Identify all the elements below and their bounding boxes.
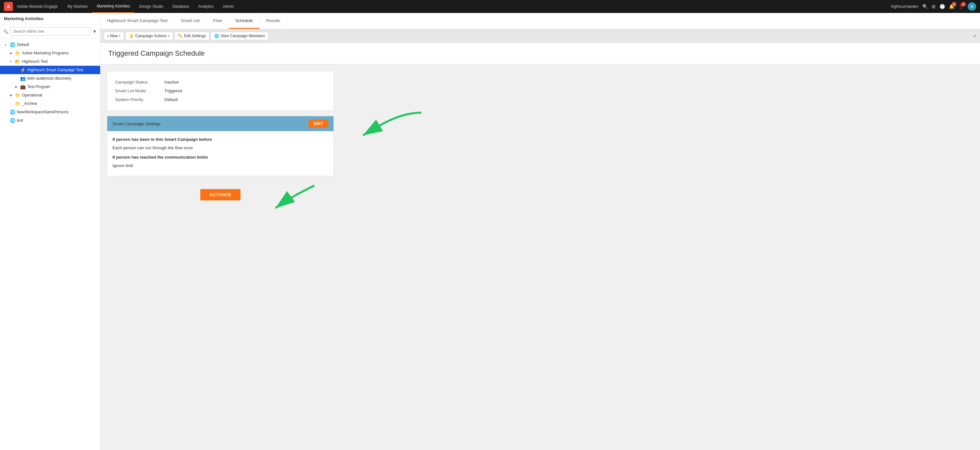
tab-campaign[interactable]: Hightouch Smart Campaign Test bbox=[100, 13, 174, 29]
nav-analytics[interactable]: Analytics bbox=[194, 0, 218, 13]
dropdown-chevron-icon: ▾ bbox=[119, 34, 121, 38]
search-icon[interactable]: 🔍 bbox=[922, 4, 928, 9]
smart-campaign-settings: Smart Campaign Settings EDIT If person h… bbox=[107, 116, 334, 176]
sidebar-item-active-marketing[interactable]: ▶ 📁 Active Marketing Programs bbox=[0, 49, 100, 57]
chevron-icon: ▶ bbox=[15, 85, 19, 89]
globe-icon: 🌐 bbox=[10, 42, 15, 47]
system-priority-label: System Priority bbox=[115, 97, 161, 102]
smart-list-mode-row: Smart List Mode: Triggered bbox=[115, 86, 326, 95]
filter-icon[interactable]: ▼ bbox=[92, 29, 97, 34]
sidebar-item-label: test bbox=[17, 118, 23, 123]
nav-my-marketo[interactable]: My Marketo bbox=[63, 0, 92, 13]
avatar[interactable]: H bbox=[968, 2, 976, 11]
activate-button[interactable]: ACTIVATE bbox=[200, 189, 240, 200]
app-logo: A bbox=[4, 2, 13, 11]
edit-settings-icon: ✏️ bbox=[178, 34, 183, 38]
campaign-actions-button[interactable]: 💡 Campaign Actions ▾ bbox=[126, 32, 173, 40]
sidebar-item-kklin[interactable]: 👥 kklin audiences discovery bbox=[0, 74, 100, 82]
campaign-status-row: Campaign Status: Inactive bbox=[115, 78, 326, 86]
sidebar-item-label: Default bbox=[17, 43, 29, 47]
nav-admin[interactable]: Admin bbox=[218, 0, 239, 13]
sidebar-search-area: 🔍 ▼ bbox=[0, 25, 100, 38]
sidebar-item-label: Active Marketing Programs bbox=[22, 51, 69, 55]
username-label: hightouchaedev bbox=[891, 4, 918, 9]
sidebar-title: Marketing Activities bbox=[0, 13, 100, 25]
campaign-status-value: Inactive bbox=[164, 80, 179, 84]
nav-design-studio[interactable]: Design Studio bbox=[135, 0, 168, 13]
smart-list-mode-label: Smart List Mode: bbox=[115, 89, 161, 93]
folder-blue-icon: 📁 bbox=[15, 101, 21, 106]
sidebar: Marketing Activities 🔍 ▼ ▾ 🌐 Default ▶ 📁… bbox=[0, 13, 100, 450]
settings-body: If person has been in this Smart Campaig… bbox=[107, 131, 334, 176]
system-priority-value: Default bbox=[164, 97, 178, 102]
nav-database[interactable]: Database bbox=[168, 0, 194, 13]
sidebar-item-default[interactable]: ▾ 🌐 Default bbox=[0, 40, 100, 49]
lightning-icon: ⚡ bbox=[20, 67, 25, 73]
nav-marketing-activities[interactable]: Marketing Activities bbox=[92, 0, 135, 13]
campaign-status-label: Campaign Status: bbox=[115, 80, 161, 84]
edit-settings-button[interactable]: ✏️ Edit Settings bbox=[174, 32, 209, 40]
sidebar-item-label: Operational bbox=[22, 93, 42, 97]
smart-list-mode-value: Triggered bbox=[164, 89, 182, 93]
rule2-value: Ignore limit bbox=[113, 163, 328, 169]
new-button[interactable]: ▪ New ▾ bbox=[104, 32, 124, 40]
chevron-icon: ▶ bbox=[10, 51, 13, 55]
globe-icon: 🌐 bbox=[10, 118, 15, 123]
campaign-info-card: Campaign Status: Inactive Smart List Mod… bbox=[107, 71, 334, 111]
system-priority-row: System Priority Default bbox=[115, 95, 326, 104]
chevron-icon: ▾ bbox=[10, 60, 13, 63]
sidebar-item-new-workspace[interactable]: 🌐 NewWorkspaceSamePersons bbox=[0, 108, 100, 116]
search-icon: 🔍 bbox=[3, 29, 8, 34]
help-icon[interactable]: ❓ 1 bbox=[958, 4, 964, 9]
rule2-bold: If person has reached the communication … bbox=[113, 154, 328, 160]
page-title: Triggered Campaign Schedule bbox=[100, 43, 980, 65]
suitcase-icon: 💼 bbox=[20, 84, 25, 89]
nav-right: hightouchaedev 🔍 ⊞ 🕐 🔔 3 ❓ 1 H bbox=[891, 2, 976, 11]
sidebar-item-archive[interactable]: 📁 _Archive bbox=[0, 100, 100, 108]
sidebar-item-label: _Archive bbox=[22, 101, 37, 106]
nav-items: My Marketo Marketing Activities Design S… bbox=[63, 0, 891, 13]
dropdown-chevron-icon: ▾ bbox=[168, 34, 170, 38]
new-icon: ▪ bbox=[107, 34, 108, 38]
sidebar-item-label: kklin audiences discovery bbox=[27, 76, 71, 81]
folder-icon: 📁 bbox=[15, 51, 21, 56]
app-name: Adobe Marketo Engage bbox=[17, 4, 58, 9]
expand-icon[interactable]: ⤢ bbox=[973, 33, 977, 38]
sidebar-item-hightouch-smart[interactable]: ⚡ Hightouch Smart Campaign Test bbox=[0, 66, 100, 74]
tab-smart-list[interactable]: Smart List bbox=[174, 13, 207, 29]
sidebar-item-test[interactable]: 🌐 test bbox=[0, 116, 100, 125]
people-icon: 👥 bbox=[20, 76, 25, 81]
settings-header: Smart Campaign Settings EDIT bbox=[107, 116, 334, 131]
toolbar: ▪ New ▾ 💡 Campaign Actions ▾ ✏️ Edit Set… bbox=[100, 29, 980, 43]
edit-button[interactable]: EDIT bbox=[309, 119, 328, 128]
folder-icon: 📁 bbox=[15, 93, 21, 98]
tab-flow[interactable]: Flow bbox=[207, 13, 229, 29]
search-input[interactable] bbox=[10, 27, 91, 36]
arrow-annotation-1 bbox=[334, 106, 425, 148]
grid-icon[interactable]: ⊞ bbox=[932, 4, 935, 9]
arrow-annotation-2 bbox=[250, 182, 321, 215]
tab-schedule[interactable]: Schedule bbox=[229, 13, 259, 29]
main-layout: Marketing Activities 🔍 ▼ ▾ 🌐 Default ▶ 📁… bbox=[0, 13, 980, 450]
activate-area: ACTIVATE bbox=[107, 181, 334, 208]
view-campaign-members-button[interactable]: 🌐 View Campaign Members bbox=[211, 32, 268, 40]
clock-icon[interactable]: 🕐 bbox=[940, 4, 945, 9]
sidebar-item-operational[interactable]: ▶ 📁 Operational bbox=[0, 91, 100, 100]
sidebar-item-label: NewWorkspaceSamePersons bbox=[17, 110, 68, 114]
sidebar-tree: ▾ 🌐 Default ▶ 📁 Active Marketing Program… bbox=[0, 38, 100, 450]
tab-results[interactable]: Results bbox=[259, 13, 287, 29]
rule1-bold: If person has been in this Smart Campaig… bbox=[113, 136, 328, 143]
campaign-actions-icon: 💡 bbox=[129, 34, 134, 38]
chevron-icon: ▶ bbox=[10, 93, 13, 97]
sidebar-item-label: Hightouch Test bbox=[22, 59, 48, 64]
rule1-value: Each person can run through the flow onc… bbox=[113, 145, 328, 151]
globe-icon: 🌐 bbox=[10, 109, 15, 115]
sidebar-item-test-program[interactable]: ▶ 💼 Test Program bbox=[0, 82, 100, 91]
help-badge: 1 bbox=[961, 2, 966, 6]
page-content: Triggered Campaign Schedule Campaign Sta… bbox=[100, 43, 980, 450]
content-area: Hightouch Smart Campaign Test Smart List… bbox=[100, 13, 980, 450]
bell-icon[interactable]: 🔔 3 bbox=[949, 4, 955, 9]
sidebar-item-hightouch-test[interactable]: ▾ 📂 Hightouch Test bbox=[0, 57, 100, 66]
tab-bar: Hightouch Smart Campaign Test Smart List… bbox=[100, 13, 980, 29]
folder-open-icon: 📂 bbox=[15, 59, 21, 64]
